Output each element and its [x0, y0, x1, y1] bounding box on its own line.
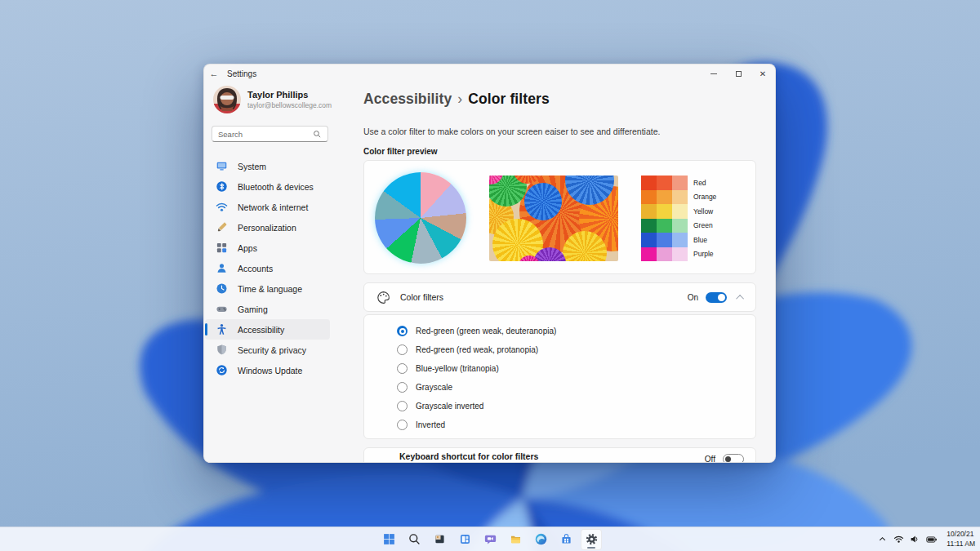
keyboard-shortcut-state: Off [705, 455, 715, 463]
taskbar: 10/20/21 11:11 AM [0, 527, 980, 551]
swatch-cell [641, 233, 657, 247]
sidebar-item-personalization[interactable]: Personalization [205, 217, 330, 238]
maximize-button[interactable] [726, 64, 751, 82]
palette-icon [376, 291, 390, 304]
swatch-cell [641, 176, 657, 190]
chevron-up-icon [878, 535, 887, 544]
edge-button[interactable] [530, 529, 551, 550]
tray-battery-button[interactable] [924, 529, 940, 550]
edge-icon [534, 532, 548, 546]
swatch-labels: Red Orange Yellow Green Blue Purple [693, 176, 716, 261]
selected-indicator [205, 323, 207, 335]
main-content: Accessibility›Color filters Use a color … [363, 82, 775, 462]
start-icon [382, 532, 396, 546]
sidebar-item-system[interactable]: System [205, 156, 330, 176]
sidebar-item-accounts[interactable]: Accounts [205, 258, 330, 278]
chevron-up-icon[interactable] [736, 294, 744, 302]
sidebar-item-accessibility[interactable]: Accessibility [205, 319, 330, 340]
pinwheel [524, 183, 562, 220]
radio-button[interactable] [397, 420, 408, 430]
taskbar-clock[interactable]: 10/20/21 11:11 AM [947, 530, 975, 548]
chat-button[interactable] [479, 529, 501, 550]
profile-name: Taylor Phillips [247, 90, 332, 100]
sidebar-item-network-internet[interactable]: Network & internet [205, 197, 330, 217]
task-view-button[interactable] [429, 529, 450, 550]
radio-button[interactable] [397, 382, 408, 393]
sidebar-nav: System Bluetooth & devices Network & int… [205, 156, 330, 380]
swatch-cell [672, 233, 688, 247]
sidebar-item-gaming[interactable]: Gaming [205, 299, 330, 319]
volume-icon [910, 534, 920, 544]
color-filters-toggle[interactable] [706, 292, 727, 303]
swatch-cell [641, 190, 657, 205]
keyboard-shortcut-toggle[interactable] [723, 454, 744, 463]
close-button[interactable]: ✕ [751, 64, 775, 82]
filter-option-tritanopia[interactable]: Blue-yellow (tritanopia) [364, 359, 755, 378]
swatch-label-orange: Orange [693, 190, 716, 205]
filter-option-grayscale-inverted[interactable]: Grayscale inverted [364, 397, 755, 415]
filter-option-grayscale[interactable]: Grayscale [364, 378, 755, 397]
window-title: Settings [227, 69, 256, 78]
radio-button[interactable] [397, 326, 408, 336]
swatch-cell [657, 233, 672, 247]
swatch-cell [672, 219, 688, 233]
swatch-cell [657, 190, 672, 205]
wifi-icon [893, 534, 904, 544]
minimize-button[interactable] [702, 64, 726, 82]
profile[interactable]: Taylor Phillips taylor@bellowscollege.co… [213, 86, 332, 113]
radio-button[interactable] [397, 363, 408, 374]
apps-grid-icon [216, 242, 228, 254]
pie-chart [375, 172, 466, 264]
search-icon [408, 532, 421, 546]
sidebar-item-label: System [238, 162, 266, 171]
settings-gear-icon [585, 532, 599, 546]
breadcrumb-accessibility[interactable]: Accessibility [363, 91, 452, 107]
page-description: Use a color filter to make colors on you… [363, 127, 660, 136]
tray-wifi-button[interactable] [891, 529, 906, 550]
tray-chevron-button[interactable] [875, 529, 889, 550]
accessibility-person-icon [216, 323, 228, 335]
radio-button[interactable] [397, 344, 408, 355]
sidebar-item-label: Network & internet [238, 202, 308, 212]
color-filters-label: Color filters [400, 292, 688, 302]
sidebar-item-security-privacy[interactable]: Security & privacy [205, 340, 330, 360]
store-button[interactable] [555, 529, 577, 550]
preview-section-label: Color filter preview [363, 147, 438, 156]
sidebar-item-label: Accounts [238, 264, 273, 273]
sidebar-item-label: Bluetooth & devices [238, 182, 314, 192]
tray-volume-button[interactable] [907, 529, 922, 550]
sidebar-item-apps[interactable]: Apps [205, 238, 330, 258]
sidebar-item-label: Accessibility [238, 325, 284, 335]
settings-button[interactable] [581, 529, 602, 550]
sidebar-item-label: Apps [238, 243, 257, 253]
filter-option-protanopia[interactable]: Red-green (red weak, protanopia) [364, 340, 755, 359]
filter-option-deuteranopia[interactable]: Red-green (green weak, deuteranopia) [364, 322, 755, 340]
page-heading: Accessibility›Color filters [363, 91, 550, 108]
sidebar-item-label: Personalization [238, 223, 296, 233]
filter-option-inverted[interactable]: Inverted [364, 415, 755, 434]
color-filters-state: On [688, 293, 698, 302]
maximize-icon [736, 71, 742, 77]
sidebar-item-time-language[interactable]: Time & language [205, 278, 330, 299]
radio-button[interactable] [397, 401, 408, 411]
swatch-cell [641, 219, 657, 233]
active-app-indicator [587, 547, 595, 549]
keyboard-shortcut-title: Keyboard shortcut for color filters [399, 451, 744, 461]
swatch-cell [657, 219, 672, 233]
task-view-icon [433, 532, 447, 546]
page-title: Color filters [468, 91, 550, 107]
swatch-label-purple: Purple [693, 247, 716, 262]
keyboard-shortcut-row: Keyboard shortcut for color filters Pres… [363, 447, 756, 463]
start-button[interactable] [378, 529, 399, 550]
color-filters-row: Color filters On [363, 282, 756, 312]
taskbar-search-button[interactable] [403, 529, 425, 550]
sidebar-item-windows-update[interactable]: Windows Update [205, 360, 330, 380]
chat-icon [483, 532, 497, 546]
back-button[interactable]: ← [204, 64, 224, 82]
file-explorer-button[interactable] [505, 529, 526, 550]
widgets-button[interactable] [454, 529, 475, 550]
sidebar-item-bluetooth-devices[interactable]: Bluetooth & devices [205, 176, 330, 197]
search-input[interactable]: Search [212, 126, 328, 142]
swatch-cell [657, 176, 672, 190]
breadcrumb-chevron-icon: › [457, 91, 462, 107]
